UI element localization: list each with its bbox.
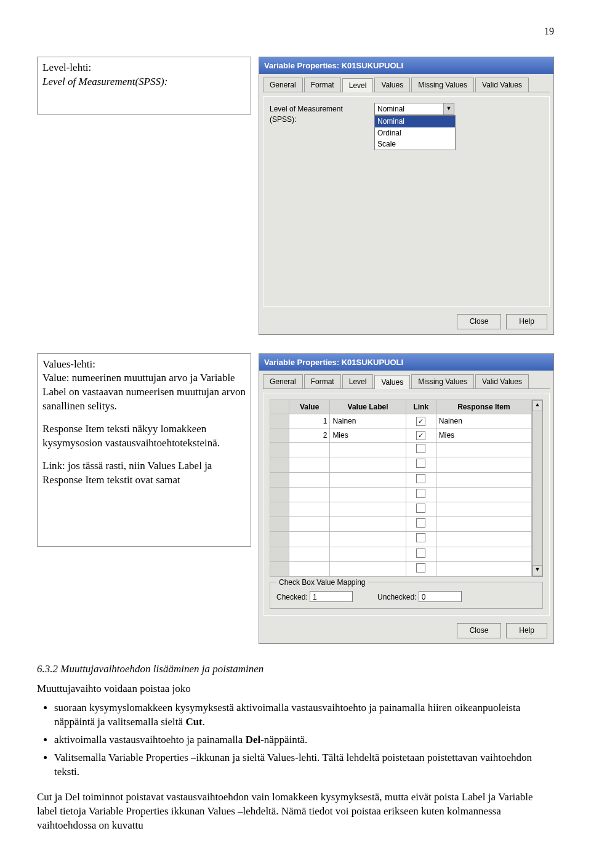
list-item: aktivoimalla vastausvaihtoehto ja painam…	[54, 733, 554, 747]
section-lead: Muuttujavaihto voidaan poistaa joko	[37, 682, 554, 696]
dialog-title: Variable Properties: K01SUKUPUOLI	[259, 57, 553, 74]
checked-input[interactable]: 1	[310, 591, 353, 602]
values-p2: Response Item teksti näkyy lomakkeen kys…	[42, 422, 246, 451]
tab-missing-values[interactable]: Missing Values	[411, 374, 474, 388]
unchecked-input[interactable]: 0	[419, 591, 462, 602]
page-number: 19	[37, 25, 554, 38]
link-checkbox[interactable]: ✓	[416, 417, 425, 426]
tab-format[interactable]: Format	[304, 374, 341, 388]
bottom-paragraph: Cut ja Del toiminnot poistavat vastausva…	[37, 790, 554, 833]
scroll-up-icon[interactable]: ▲	[533, 400, 542, 411]
table-row	[270, 561, 532, 576]
link-checkbox[interactable]	[416, 563, 425, 573]
table-row	[270, 532, 532, 547]
col-value-label[interactable]: Value Label	[330, 400, 406, 414]
col-response[interactable]: Response Item	[436, 400, 531, 414]
checkbox-mapping-fieldset: Check Box Value Mapping Checked: 1 Unche…	[270, 582, 543, 609]
list-item: Valitsemalla Variable Properties –ikkuna…	[54, 751, 554, 779]
help-button[interactable]: Help	[506, 314, 547, 329]
fieldset-legend: Check Box Value Mapping	[276, 578, 368, 587]
table-row	[270, 443, 532, 457]
tabs-row: General Format Level Values Missing Valu…	[263, 78, 550, 92]
values-heading: Values-lehti:	[42, 358, 246, 372]
tab-valid-values[interactable]: Valid Values	[475, 78, 529, 92]
table-row	[270, 472, 532, 487]
link-checkbox[interactable]	[416, 518, 425, 528]
tabs-row: General Format Level Values Missing Valu…	[263, 374, 550, 389]
dialog-title: Variable Properties: K01SUKUPUOLI	[259, 354, 553, 371]
table-row	[270, 457, 532, 472]
tab-level[interactable]: Level	[342, 78, 374, 92]
level-heading: Level-lehti:	[42, 61, 246, 75]
tab-general[interactable]: General	[263, 78, 303, 92]
row-values: Values-lehti: Value: numeerinen muuttuja…	[37, 353, 554, 644]
dropdown-value: Nominal	[375, 103, 443, 115]
section-heading: 6.3.2 Muuttujavaihtoehdon lisääminen ja …	[37, 662, 554, 677]
table-row	[270, 502, 532, 517]
values-p3: Link: jos tässä rasti, niin Values Label…	[42, 459, 246, 488]
close-button[interactable]: Close	[457, 623, 502, 638]
bullet-list: suoraan kysymyslomakkeen kysymyksestä ak…	[43, 701, 554, 779]
checked-label: Checked:	[276, 593, 308, 601]
level-text-box: Level-lehti: Level of Measurement(SPSS):	[37, 57, 251, 115]
col-link[interactable]: Link	[406, 400, 436, 414]
link-checkbox[interactable]	[416, 504, 425, 513]
chevron-down-icon[interactable]: ▼	[443, 103, 454, 115]
tab-values[interactable]: Values	[374, 78, 410, 92]
link-checkbox[interactable]	[416, 489, 425, 498]
link-checkbox[interactable]	[416, 533, 425, 542]
level-listbox[interactable]: Nominal Ordinal Scale	[374, 115, 456, 150]
tab-format[interactable]: Format	[304, 78, 341, 92]
values-dialog-screenshot: Variable Properties: K01SUKUPUOLI Genera…	[259, 353, 554, 644]
link-checkbox[interactable]: ✓	[416, 431, 425, 440]
link-checkbox[interactable]	[416, 444, 425, 453]
scroll-down-icon[interactable]: ▼	[533, 565, 542, 576]
level-dropdown[interactable]: Nominal ▼	[374, 103, 454, 115]
tab-level[interactable]: Level	[342, 374, 374, 388]
table-row: 2 Mies ✓ Mies	[270, 428, 532, 443]
level-dialog-screenshot: Variable Properties: K01SUKUPUOLI Genera…	[259, 57, 554, 335]
link-checkbox[interactable]	[416, 459, 425, 468]
tab-values[interactable]: Values	[374, 375, 410, 389]
table-row: 1 Nainen ✓ Nainen	[270, 414, 532, 428]
row-level: Level-lehti: Level of Measurement(SPSS):…	[37, 57, 554, 335]
option-nominal[interactable]: Nominal	[375, 116, 455, 127]
close-button[interactable]: Close	[457, 314, 502, 329]
table-row	[270, 517, 532, 532]
option-ordinal[interactable]: Ordinal	[375, 127, 455, 139]
list-item: suoraan kysymyslomakkeen kysymyksestä ak…	[54, 701, 554, 729]
level-desc: Level of Measurement(SPSS):	[42, 75, 246, 89]
col-value[interactable]: Value	[289, 400, 330, 414]
tab-general[interactable]: General	[263, 374, 303, 388]
table-row	[270, 547, 532, 561]
level-field-label: Level of Measurement (SPSS):	[270, 103, 368, 124]
vertical-scrollbar[interactable]: ▲ ▼	[532, 400, 543, 577]
unchecked-label: Unchecked:	[377, 593, 416, 601]
values-p1: Value: numeerinen muuttujan arvo ja Vari…	[42, 371, 246, 414]
tab-valid-values[interactable]: Valid Values	[475, 374, 529, 388]
table-row	[270, 487, 532, 502]
values-text-box: Values-lehti: Value: numeerinen muuttuja…	[37, 353, 251, 547]
help-button[interactable]: Help	[506, 623, 547, 638]
option-scale[interactable]: Scale	[375, 139, 455, 150]
values-grid[interactable]: Value Value Label Link Response Item 1 N…	[270, 400, 532, 577]
link-checkbox[interactable]	[416, 474, 425, 483]
link-checkbox[interactable]	[416, 549, 425, 558]
tab-missing-values[interactable]: Missing Values	[411, 78, 474, 92]
